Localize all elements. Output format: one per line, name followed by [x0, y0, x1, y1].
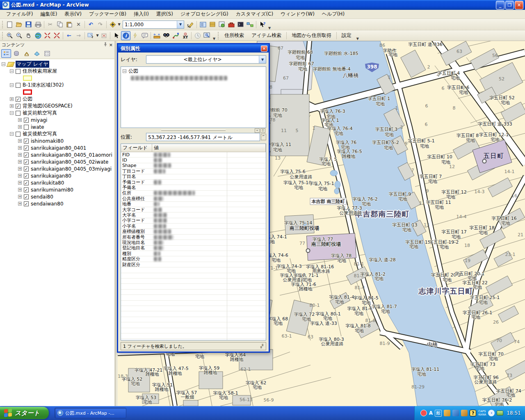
tree-expander-icon[interactable]: +: [10, 104, 14, 108]
cut-button[interactable]: ✂: [46, 20, 55, 29]
tree-expander-icon[interactable]: −: [10, 111, 14, 115]
field-column-header[interactable]: フィールド: [121, 144, 152, 152]
ime-toolbox-icon[interactable]: [461, 410, 468, 416]
add-data-dropdown[interactable]: ▼: [117, 23, 121, 26]
layer-label[interactable]: sanrikuminami80: [31, 187, 73, 193]
editor-toolbar-button[interactable]: [186, 20, 195, 29]
tree-expander-icon[interactable]: −: [2, 62, 5, 66]
tree-expander-icon[interactable]: −: [10, 83, 14, 87]
paste-button[interactable]: [64, 20, 74, 29]
start-button[interactable]: スタート: [0, 407, 49, 419]
layer-label[interactable]: 公図: [23, 96, 32, 103]
layer-label[interactable]: sanrikukaigan80_0405_01aomori: [31, 152, 112, 158]
caps-kana-indicator[interactable]: CAPSKANA: [478, 410, 486, 416]
list-by-selection-button[interactable]: [32, 49, 42, 58]
layer-label[interactable]: sanrikukaigan80_0405_03miyagi: [31, 166, 112, 172]
field-row[interactable]: ID: [121, 158, 266, 163]
measure-tool[interactable]: [152, 31, 162, 40]
new-document-button[interactable]: [5, 20, 14, 29]
tree-expander-icon[interactable]: +: [18, 188, 22, 192]
redo-button[interactable]: ↷: [96, 20, 105, 29]
viewer-window-button[interactable]: [202, 31, 212, 40]
menu-item[interactable]: 編集(E): [37, 10, 61, 18]
hide-tray-icons-button[interactable]: ‹: [488, 410, 495, 416]
identify-layer-combo[interactable]: <最上位レイヤ> ▼: [146, 55, 266, 64]
layer-label[interactable]: sanrikukaigan80_0405_02iwate: [31, 159, 108, 165]
tree-expander-icon[interactable]: +: [18, 146, 22, 150]
select-features-tool[interactable]: [86, 31, 96, 40]
toc-tree-row[interactable]: [0, 89, 114, 96]
identify-feature-redacted[interactable]: [131, 76, 227, 80]
layer-checkbox[interactable]: ✓: [24, 167, 29, 171]
go-to-xy-tool[interactable]: XY: [180, 31, 190, 40]
layer-checkbox[interactable]: [16, 111, 21, 116]
menu-item[interactable]: ヘルプ(H): [318, 10, 348, 18]
find-tool[interactable]: [162, 31, 171, 40]
tree-expander-icon[interactable]: −: [10, 69, 14, 73]
fixed-zoom-in-button[interactable]: [43, 31, 52, 40]
taskbar-window-button[interactable]: 公図.mxd - ArcMap -...: [55, 408, 126, 418]
restore-button[interactable]: ❐: [505, 1, 514, 9]
menu-item[interactable]: ウィンドウ(W): [277, 10, 318, 18]
toc-tree-row[interactable]: −マップ レイヤ: [0, 61, 114, 68]
toc-tree-row[interactable]: [0, 75, 114, 82]
network-tray-icon[interactable]: [497, 411, 503, 415]
select-features-dropdown[interactable]: ▼: [96, 34, 99, 37]
collapse-button[interactable]: «: [255, 128, 260, 133]
time-slider-button[interactable]: [193, 31, 202, 40]
hyperlink-tool[interactable]: [130, 31, 140, 40]
toc-tree-row[interactable]: +✓背景地図(GEOSPACE): [0, 103, 114, 110]
menu-item[interactable]: 選択(S): [153, 10, 177, 18]
zoom-out-tool[interactable]: [14, 31, 24, 40]
layer-label[interactable]: B-1浸水区域(302): [23, 82, 64, 89]
custom-toolbar-button[interactable]: アイテム検索: [248, 31, 285, 40]
identify-splitter[interactable]: « ▯: [121, 128, 266, 133]
layer-checkbox[interactable]: ✓: [24, 201, 29, 206]
python-window-button[interactable]: [236, 20, 245, 29]
tree-expander-icon[interactable]: −: [10, 132, 14, 136]
tree-expander-icon[interactable]: +: [18, 167, 22, 171]
layer-checkbox[interactable]: ✓: [24, 187, 29, 192]
toc-tree-row[interactable]: +✓sanrikukaigan80_0405_02iwate: [0, 158, 114, 165]
layer-dropdown-icon[interactable]: ▼: [259, 56, 266, 63]
open-button[interactable]: [14, 20, 24, 29]
tree-expander-icon[interactable]: +: [18, 160, 22, 164]
menu-item[interactable]: 表示(V): [61, 10, 85, 18]
tree-expander-icon[interactable]: +: [18, 125, 22, 129]
options-button[interactable]: [42, 49, 52, 58]
layer-label[interactable]: ishinomaki80: [31, 138, 64, 144]
back-extent-button[interactable]: ←: [64, 31, 74, 40]
undo-button[interactable]: ↶: [86, 20, 96, 29]
delete-button[interactable]: ✕: [74, 20, 83, 29]
layer-label[interactable]: sanrikukita80: [31, 180, 64, 186]
minimize-button[interactable]: _: [496, 1, 504, 9]
map-scale-combo[interactable]: 1:1,000 ▼: [123, 21, 184, 29]
custom-toolbar-button[interactable]: 地図から住所取得: [288, 31, 335, 40]
layer-label[interactable]: 住所検索用家屋: [23, 68, 57, 75]
layer-checkbox[interactable]: ✓: [16, 104, 21, 109]
toolbar-grip[interactable]: [2, 21, 4, 28]
location-units-button[interactable]: ⌐: [261, 134, 266, 140]
layer-label[interactable]: sanrikukaigan80: [31, 173, 71, 179]
attribute-rows[interactable]: FIDIDShape丁目コード丁目名予備コード予備名住所公共座標任地番大字コード…: [121, 152, 266, 340]
print-button[interactable]: [33, 20, 43, 29]
toc-tree-row[interactable]: +✓sanrikukaigan80_0405_03miyagi: [0, 165, 114, 172]
toc-tree-row[interactable]: +✓sanrikuminami80: [0, 186, 114, 193]
zoom-in-tool[interactable]: [5, 31, 14, 40]
pin-icon[interactable]: [103, 42, 107, 48]
arctoolbox-button[interactable]: [226, 20, 236, 29]
identify-results-tree[interactable]: − 公図: [121, 66, 266, 128]
toolbar-grip[interactable]: [218, 32, 219, 39]
menu-item[interactable]: ブックマーク(B): [85, 10, 130, 18]
whats-this-help-button[interactable]: ?: [258, 20, 267, 29]
close-panel-icon[interactable]: ×: [109, 42, 113, 48]
toc-tree-row[interactable]: +✓公図: [0, 96, 114, 103]
catalog-button[interactable]: [208, 20, 217, 29]
ime-conversion-mode-icon[interactable]: 般: [435, 410, 442, 417]
tree-expander-icon[interactable]: +: [18, 202, 22, 205]
list-by-visibility-button[interactable]: [22, 49, 32, 58]
location-value-box[interactable]: 53,367.223 -146,577.941 メートル: [146, 133, 260, 141]
layer-checkbox[interactable]: ✓: [24, 146, 29, 151]
add-data-button[interactable]: [108, 20, 117, 29]
layer-checkbox[interactable]: ✓: [24, 194, 29, 199]
